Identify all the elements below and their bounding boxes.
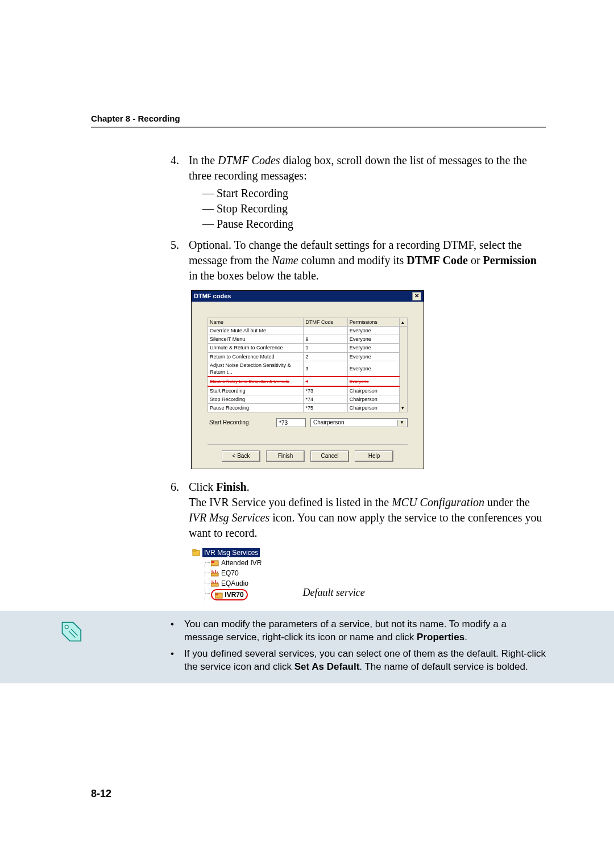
sublist-item: Start Recording <box>202 186 546 201</box>
cancel-button[interactable]: Cancel <box>310 450 349 462</box>
dtmf-table[interactable]: Name DTMF Code Permissions ▴ Override Mu… <box>208 318 408 412</box>
text: Click <box>189 481 216 493</box>
dtmf-codes-italic: DTMF Codes <box>218 154 280 166</box>
table-row[interactable]: SilenceIT Menu9Everyone <box>208 335 408 344</box>
table-row[interactable]: Start Recording*73Chairperson <box>208 386 408 395</box>
col-name[interactable]: Name <box>208 318 304 327</box>
note-bullet: If you defined several services, you can… <box>171 648 546 674</box>
svg-rect-5 <box>211 583 218 586</box>
svg-point-9 <box>65 625 68 628</box>
permission-select[interactable]: Chairperson ▼ <box>310 418 408 427</box>
step-5: 5. Optional. To change the default setti… <box>171 237 546 283</box>
tree-node[interactable]: EQAudio <box>210 578 263 589</box>
svg-rect-7 <box>215 594 218 595</box>
tree-label: EQAudio <box>221 579 248 588</box>
service-icon <box>211 560 219 566</box>
tree-node[interactable]: Attended IVR <box>210 558 263 568</box>
finish-bold: Finish <box>216 481 246 493</box>
header-rule <box>91 127 546 128</box>
permission-value: Chairperson <box>313 419 344 427</box>
svg-rect-4 <box>211 573 218 576</box>
tree-label: Attended IVR <box>221 558 262 567</box>
text: . The name of default service is bolded. <box>359 661 528 672</box>
step-4: 4. In the DTMF Codes dialog box, scroll … <box>171 153 546 234</box>
chapter-title: Chapter 8 - Recording <box>91 114 546 123</box>
ivr-msg-italic: IVR Msg Services <box>189 511 269 524</box>
table-row[interactable]: Stop Recording*74Chairperson <box>208 395 408 403</box>
finish-button[interactable]: Finish <box>266 450 305 462</box>
note-box: You can modify the parameters of a servi… <box>0 611 614 684</box>
scroll-down-icon[interactable]: ▾ <box>399 327 407 412</box>
eq-icon <box>211 580 219 587</box>
scroll-up-icon[interactable]: ▴ <box>399 318 407 327</box>
note-bullet: You can modify the parameters of a servi… <box>171 618 546 644</box>
svg-marker-8 <box>63 622 81 641</box>
step-number: 4. <box>171 153 189 234</box>
text: column and modify its <box>298 254 407 266</box>
note-tag-icon <box>57 619 83 645</box>
dialog-title: DTMF codes <box>194 292 231 301</box>
table-row-highlighted[interactable]: Disable Noisy Line Detection & Unmute4Ev… <box>208 377 408 386</box>
step-6: 6. Click Finish. The IVR Service you def… <box>171 479 546 541</box>
table-row[interactable]: Adjust Noise Detection Sensitivity & Ret… <box>208 361 408 377</box>
chevron-down-icon[interactable]: ▼ <box>397 420 406 426</box>
svg-rect-3 <box>211 561 214 563</box>
text: . <box>464 632 467 642</box>
back-button[interactable]: < Back <box>222 450 260 462</box>
mcu-config-italic: MCU Configuration <box>392 496 484 508</box>
text: . <box>247 481 250 493</box>
col-perm[interactable]: Permissions <box>347 318 399 327</box>
tree-label: IVR70 <box>225 591 243 599</box>
eq-icon <box>211 570 219 577</box>
service-tree-figure: IVR Msg Services Attended IVR EQ70 <box>191 548 546 601</box>
table-row[interactable]: Override Mute All but MeEveryone▾ <box>208 327 408 335</box>
dtmf-code-bold: DTMF Code <box>406 254 468 266</box>
tree-root[interactable]: IVR Msg Services <box>191 548 263 558</box>
step-number: 6. <box>171 479 189 541</box>
set-default-bold: Set As Default <box>294 661 360 672</box>
edit-name-label: Start Recording <box>208 419 272 427</box>
svg-rect-1 <box>193 549 196 551</box>
page-number: 8-12 <box>91 788 111 800</box>
text: under the <box>484 496 530 508</box>
close-icon[interactable]: ✕ <box>412 292 421 301</box>
step-number: 5. <box>171 237 189 283</box>
sublist-item: Pause Recording <box>202 216 546 232</box>
tree-label: IVR Msg Services <box>202 548 260 557</box>
table-row[interactable]: Return to Conference Muted2Everyone <box>208 352 408 361</box>
col-code[interactable]: DTMF Code <box>304 318 347 327</box>
tree-label: EQ70 <box>221 569 239 578</box>
tree-node[interactable]: EQ70 <box>210 568 263 578</box>
dtmf-dialog-figure: DTMF codes ✕ Name DTMF Code Permissions … <box>191 290 424 469</box>
text: in the boxes below the table. <box>189 269 319 282</box>
sublist-item: Stop Recording <box>202 201 546 216</box>
tree-node-default[interactable]: IVR70 <box>210 589 263 601</box>
text: In the <box>189 154 218 166</box>
service-icon <box>215 592 223 599</box>
dtmf-code-input[interactable] <box>276 418 306 427</box>
properties-bold: Properties <box>417 632 464 642</box>
name-italic: Name <box>272 254 298 266</box>
table-row[interactable]: Unmute & Return to Conference1Everyone <box>208 344 408 352</box>
text: or <box>468 254 483 266</box>
permission-bold: Permission <box>483 254 537 266</box>
default-service-caption: Default service <box>302 586 364 599</box>
folder-icon <box>192 549 200 556</box>
table-row[interactable]: Pause Recording*75Chairperson <box>208 404 408 412</box>
text: The IVR Service you defined is listed in… <box>189 496 392 508</box>
recording-sublist: Start Recording Stop Recording Pause Rec… <box>202 186 546 232</box>
help-button[interactable]: Help <box>355 450 393 462</box>
